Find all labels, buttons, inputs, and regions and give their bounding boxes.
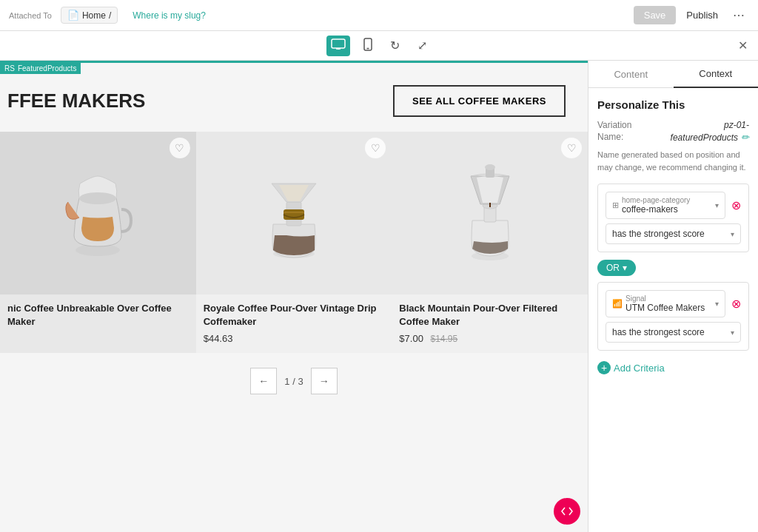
top-bar-right: Save Publish ⋯: [634, 5, 749, 25]
products-grid: ♡ nic Coffee Unbreakable Over Coffee Mak…: [0, 132, 588, 353]
criteria-card-2: 📶 Signal UTM Coffee Makers ▾ ⊗ has the s…: [597, 282, 749, 351]
slug-link[interactable]: Where is my slug?: [133, 10, 206, 21]
featured-label: RS FeaturedProducts: [0, 63, 81, 74]
publish-button[interactable]: Publish: [680, 6, 724, 24]
next-page-button[interactable]: →: [311, 368, 338, 394]
product-info-3: Black Mountain Pour-Over Filtered Coffee…: [392, 294, 588, 344]
product-name-1: nic Coffee Unbreakable Over Coffee Maker: [7, 302, 189, 329]
panel-tabs: Content Context: [588, 61, 758, 88]
variation-row: Variation pz-01-: [597, 120, 749, 130]
more-menu-button[interactable]: ⋯: [728, 5, 749, 25]
featured-prefix: RS: [4, 64, 15, 73]
or-chevron: ▾: [623, 263, 627, 273]
edit-name-icon[interactable]: ✏: [741, 132, 749, 143]
score-row-1[interactable]: has the strongest score ▾: [606, 223, 741, 244]
tab-content[interactable]: Content: [588, 61, 674, 87]
plus-circle-icon: +: [597, 361, 611, 374]
variation-label: Variation: [597, 120, 631, 130]
svg-rect-0: [332, 39, 345, 48]
score-label-1: has the strongest score: [612, 229, 705, 239]
product-image-3: ♡: [392, 132, 588, 294]
score-dropdown-1: ▾: [731, 230, 734, 238]
product-card-2: ♡ Royale Coffee Pour-Over Vintage Drip C…: [196, 132, 392, 353]
criteria-icon-1: ⊞: [612, 201, 619, 210]
variation-note: Name generated based on position and may…: [597, 149, 749, 173]
see-all-button[interactable]: SEE ALL COFFEE MAKERS: [393, 85, 566, 117]
variation-value-text: pz-01-: [724, 120, 749, 130]
wishlist-button-3[interactable]: ♡: [561, 138, 582, 158]
home-separator: /: [109, 10, 111, 21]
svg-rect-10: [284, 212, 304, 213]
or-divider[interactable]: OR ▾: [597, 260, 636, 276]
add-criteria-label: Add Criteria: [614, 363, 665, 374]
page-total: 3: [298, 376, 303, 387]
product-image-1: ♡: [0, 132, 196, 294]
product-card: ♡ nic Coffee Unbreakable Over Coffee Mak…: [0, 132, 196, 353]
name-value: featuredProducts ✏: [671, 132, 749, 143]
criteria-select-2[interactable]: 📶 Signal UTM Coffee Makers ▾: [606, 290, 725, 317]
product-card-3: ♡ Black Mountain Pour-Over Filtered Coff…: [392, 132, 588, 353]
criteria-signal-value: UTM Coffee Makers: [625, 303, 712, 313]
panel-body: Personalize This Variation pz-01- Name: …: [588, 88, 758, 532]
home-tab[interactable]: 📄 Home /: [61, 7, 118, 24]
page-info: 1 / 3: [284, 376, 303, 387]
name-value-text: featuredProducts: [671, 132, 738, 143]
section-header: FFEE MAKERS SEE ALL COFFEE MAKERS: [0, 63, 588, 132]
criteria-select-1[interactable]: ⊞ home-page-category coffee-makers ▾: [606, 192, 725, 219]
code-editor-button[interactable]: [554, 498, 580, 525]
product-name-3: Black Mountain Pour-Over Filtered Coffee…: [399, 302, 580, 329]
signal-icon: 📶: [612, 299, 623, 309]
attached-to-label: Attached To: [9, 11, 52, 20]
price-value-3: $7.00: [399, 333, 423, 344]
product-info-1: nic Coffee Unbreakable Over Coffee Maker: [0, 294, 196, 329]
price-original-3: $14.95: [431, 334, 458, 344]
product-price-2: $44.63: [204, 333, 385, 344]
price-value-2: $44.63: [204, 333, 233, 344]
variation-value: pz-01-: [724, 120, 749, 130]
name-label: Name:: [597, 132, 623, 142]
svg-point-6: [79, 192, 116, 204]
criteria-category-value: coffee-makers: [622, 204, 712, 215]
name-row: Name: featuredProducts ✏: [597, 132, 749, 143]
remove-criteria-1[interactable]: ⊗: [731, 198, 741, 212]
panel-title: Personalize This: [597, 98, 749, 111]
right-panel: Content Context Personalize This Variati…: [588, 61, 758, 532]
dropdown-arrow-2: ▾: [715, 300, 719, 308]
tab-context[interactable]: Context: [674, 61, 759, 88]
mobile-view-button[interactable]: [359, 35, 377, 57]
section-title: FFEE MAKERS: [7, 90, 145, 112]
or-label: OR: [606, 263, 620, 273]
refresh-button[interactable]: ↻: [386, 36, 404, 55]
expand-button[interactable]: ⤢: [413, 36, 432, 55]
criteria-card-1: ⊞ home-page-category coffee-makers ▾ ⊗ h…: [597, 183, 749, 252]
top-bar: Attached To 📄 Home / Where is my slug? S…: [0, 0, 758, 31]
svg-point-16: [485, 164, 495, 170]
close-preview-button[interactable]: ✕: [738, 38, 748, 53]
wishlist-button-1[interactable]: ♡: [170, 138, 190, 158]
score-dropdown-2: ▾: [731, 329, 734, 337]
main-layout: RS FeaturedProducts FFEE MAKERS SEE ALL …: [0, 61, 758, 532]
product-image-2: ♡: [196, 132, 392, 294]
page-current: 1: [284, 376, 289, 387]
criteria-category-label: home-page-category: [622, 196, 712, 204]
score-label-2: has the strongest score: [612, 327, 705, 337]
add-criteria-button[interactable]: + Add Criteria: [597, 358, 665, 377]
dropdown-arrow-1: ▾: [715, 201, 719, 209]
product-info-2: Royale Coffee Pour-Over Vintage Drip Cof…: [196, 294, 392, 344]
product-price-3: $7.00 $14.95: [399, 333, 580, 344]
desktop-view-button[interactable]: [326, 36, 350, 56]
pagination: ← 1 / 3 →: [0, 353, 588, 402]
product-name-2: Royale Coffee Pour-Over Vintage Drip Cof…: [204, 302, 385, 329]
featured-tag-label: FeaturedProducts: [18, 64, 77, 73]
page-icon: 📄: [67, 10, 79, 21]
preview-toolbar: ↻ ⤢ ✕: [0, 31, 758, 61]
save-button[interactable]: Save: [634, 6, 677, 24]
score-row-2[interactable]: has the strongest score ▾: [606, 322, 741, 343]
preview-pane: RS FeaturedProducts FFEE MAKERS SEE ALL …: [0, 61, 588, 532]
home-label: Home: [82, 10, 106, 21]
prev-page-button[interactable]: ←: [250, 368, 277, 394]
wishlist-button-2[interactable]: ♡: [365, 138, 386, 158]
signal-label: Signal: [625, 294, 712, 303]
remove-criteria-2[interactable]: ⊗: [731, 297, 741, 311]
